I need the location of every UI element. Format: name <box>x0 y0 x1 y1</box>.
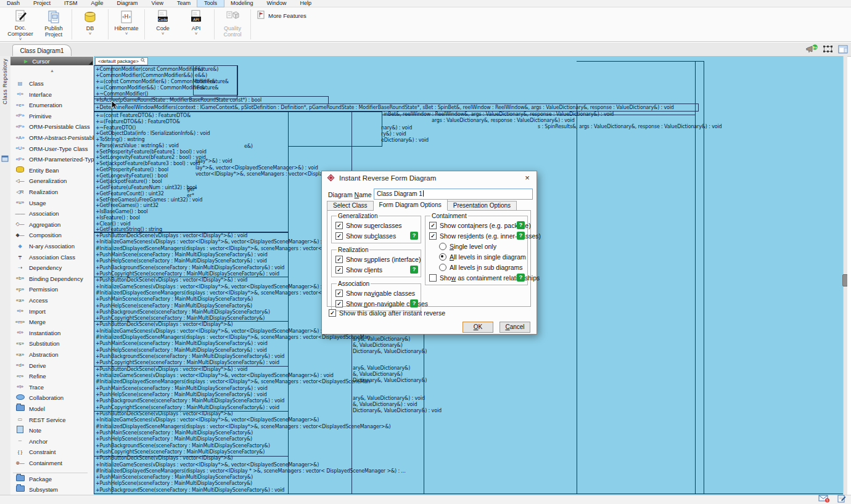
toolbox-item-primitive[interactable]: «P»Primitive <box>15 111 51 121</box>
toolbox-item-substitution[interactable]: «s»Substitution <box>15 338 60 349</box>
checkbox-checked[interactable]: ✓ <box>335 256 343 263</box>
checkbox-row-show-suppliers-interface[interactable]: ✓Show suppliers (interface) <box>335 254 418 264</box>
checkbox-checked[interactable]: ✓ <box>335 222 343 229</box>
toolbox-item-association-class[interactable]: ┯Association Class <box>15 252 75 262</box>
toolbox-item-model[interactable]: Model <box>15 404 45 414</box>
edit-note-icon[interactable] <box>837 494 846 504</box>
menu-item-modeling[interactable]: Modeling <box>224 0 260 7</box>
menu-item-project[interactable]: Project <box>27 0 57 7</box>
toolbox-item-composition[interactable]: ◆—Composition <box>15 230 62 240</box>
fit-to-window-icon[interactable] <box>823 45 834 56</box>
toolbar-button-hibernate[interactable]: ‹H›Hibernate˅ <box>110 7 143 41</box>
toolbox-item-rest-service[interactable]: ▭REST Service <box>15 415 65 425</box>
repository-panel-icon[interactable] <box>1 153 9 165</box>
toolbox-item-orm-persistable-class[interactable]: «P»ORM-Persistable Class <box>15 121 90 132</box>
toolbar-button-code[interactable]: CodeCode˅ <box>146 7 179 41</box>
toolbox-item-binding-dependency[interactable]: «b»Binding Dependency <box>15 274 83 284</box>
toolbox-item-import[interactable]: «i»Import <box>15 306 46 317</box>
toolbox-item-n-ary-association[interactable]: ◆N-ary Association <box>15 241 75 251</box>
checkbox-checked[interactable]: ✓ <box>429 222 437 229</box>
toolbox-item-containment[interactable]: ⊕—Containment <box>15 458 62 468</box>
toolbox-item-instantiation[interactable]: «i»Instantiation <box>15 328 60 338</box>
checkbox-row-show-as-containment-relationships[interactable]: Show as containment relationships? <box>429 272 525 283</box>
checkbox-checked[interactable]: ✓ <box>335 266 343 274</box>
menu-item-help[interactable]: Help <box>294 0 319 7</box>
checkbox-checked[interactable]: ✓ <box>335 232 343 240</box>
checkbox-row-show-superclasses[interactable]: ✓Show superclasses <box>335 220 418 230</box>
toolbox-item-enumeration[interactable]: «e»Enumeration <box>15 100 62 110</box>
toolbox-item-abstraction[interactable]: «a»Abstraction <box>15 349 59 360</box>
checkbox-unchecked[interactable] <box>429 274 437 282</box>
announcements-icon[interactable]: 9+ <box>805 44 818 57</box>
toolbox-item-anchor[interactable]: ┄Anchor <box>15 436 47 447</box>
menu-item-diagram[interactable]: Diagram <box>110 0 145 7</box>
toolbox-item-access[interactable]: «a»Access <box>15 295 48 306</box>
toolbox-item-association[interactable]: ——Association <box>15 208 59 219</box>
toolbox-item-class[interactable]: ▤Class <box>15 78 44 89</box>
toolbox-item-collaboration[interactable]: Collaboration <box>15 392 64 403</box>
toolbox-item-aggregation[interactable]: ◇—Aggregation <box>15 219 60 230</box>
class-repository-strip[interactable]: Class Repository <box>0 56 11 495</box>
checkbox-row-show-subclasses[interactable]: ✓Show subclasses? <box>335 230 418 241</box>
checkbox-checked[interactable]: ✓ <box>335 300 343 307</box>
menu-item-view[interactable]: View <box>145 0 170 7</box>
help-icon[interactable]: ? <box>410 232 418 240</box>
mail-icon[interactable]: 5 <box>818 494 830 504</box>
more-features-button[interactable]: More Features <box>252 10 311 20</box>
show-dialog-after-reverse-checkbox[interactable]: ✓ <box>329 309 336 317</box>
radio-unselected[interactable] <box>439 243 446 250</box>
ok-button[interactable]: OK <box>462 322 493 333</box>
checkbox-row-show-residents-e-g-inner-classes[interactable]: ✓Show residents (e.g. inner-classes)? <box>429 230 525 241</box>
toolbox-item-derive[interactable]: «d»Derive <box>15 360 46 371</box>
canvas-scrollbar-thumb[interactable] <box>842 274 847 287</box>
toolbar-button-doc-composer[interactable]: Doc.Composer˅ <box>4 7 37 41</box>
cancel-button[interactable]: Cancel <box>500 322 530 333</box>
panel-layout-icon[interactable] <box>838 45 849 56</box>
checkbox-checked[interactable]: ✓ <box>335 290 343 297</box>
menu-item-itsm[interactable]: ITSM <box>57 0 84 7</box>
help-icon[interactable]: ? <box>517 274 525 282</box>
radio-row-all-levels-in-sub-diagrams[interactable]: All levels in sub diagrams <box>439 262 525 272</box>
toolbox-item-refine[interactable]: «r»Refine <box>15 371 46 381</box>
radio-selected[interactable] <box>439 253 446 261</box>
radio-unselected[interactable] <box>439 264 446 271</box>
radio-row-all-levels-in-single-diagram[interactable]: All levels in single diagram <box>439 251 525 262</box>
toolbar-button-db[interactable]: DB˅ <box>73 7 107 41</box>
toolbox-scroll-up[interactable]: ▲ <box>10 68 94 73</box>
checkbox-checked[interactable]: ✓ <box>429 232 437 240</box>
toolbox-item-dependency[interactable]: ⇢Dependency <box>15 262 62 273</box>
show-dialog-after-reverse-row[interactable]: ✓ Show this dialog after instant reverse <box>329 309 445 317</box>
toolbar-button-publish-project[interactable]: PublishProject <box>37 7 70 41</box>
toolbox-item-permission[interactable]: «p»Permission <box>15 284 58 295</box>
toolbox-item-realization[interactable]: ◁RRealization <box>15 187 58 197</box>
tab-select-class[interactable]: Select Class <box>327 201 374 211</box>
toolbox-item-generalization[interactable]: ◁—Generalization <box>15 176 67 186</box>
toolbox-item-cursor[interactable]: ▶ Cursor <box>10 57 93 65</box>
menu-item-team[interactable]: Team <box>170 0 197 7</box>
toolbox-scroll-down[interactable]: ▼ <box>10 489 94 493</box>
toolbox-item-interface[interactable]: «i»Interface <box>15 89 52 100</box>
help-icon[interactable]: ? <box>517 232 525 240</box>
checkbox-row-show-clients[interactable]: ✓Show clients? <box>335 264 418 275</box>
toolbox-item-usage[interactable]: «u»Usage <box>15 198 46 208</box>
checkbox-row-show-navigable-classes[interactable]: ✓Show navigable classes <box>335 288 418 298</box>
help-icon[interactable]: ? <box>410 299 418 307</box>
menu-item-dash[interactable]: Dash <box>0 0 27 7</box>
close-icon[interactable]: × <box>518 171 536 184</box>
checkbox-row-show-non-navigable-classes[interactable]: ✓Show non-navigable classes? <box>335 298 418 309</box>
toolbox-item-entity-bean[interactable]: Entity Bean <box>15 165 59 176</box>
toolbox-item-trace[interactable]: «t»Trace <box>15 382 44 392</box>
toolbox-item-merge[interactable]: «m»Merge <box>15 317 46 327</box>
toolbox-item-constraint[interactable]: { }Constraint <box>15 447 56 457</box>
help-icon[interactable]: ? <box>410 266 418 274</box>
diagram-name-input[interactable]: Class Diagram 1 <box>374 189 533 200</box>
dialog-title-bar[interactable]: Instant Reverse Form Diagram <box>322 171 536 185</box>
tab-form-diagram-options[interactable]: Form Diagram Options <box>374 199 448 211</box>
help-icon[interactable]: ? <box>517 221 525 229</box>
checkbox-row-show-containers-e-g-package[interactable]: ✓Show containers (e.g. package)? <box>429 220 525 230</box>
tab-class-diagram1[interactable]: Class Diagram1 <box>12 44 72 56</box>
tab-presentation-options[interactable]: Presentation Options <box>448 201 517 211</box>
class-shape[interactable] <box>288 112 382 147</box>
toolbox-item-orm-user-type-class[interactable]: «U»ORM-User-Type Class <box>15 144 88 154</box>
radio-row-single-level-only[interactable]: Single level only <box>439 241 525 251</box>
